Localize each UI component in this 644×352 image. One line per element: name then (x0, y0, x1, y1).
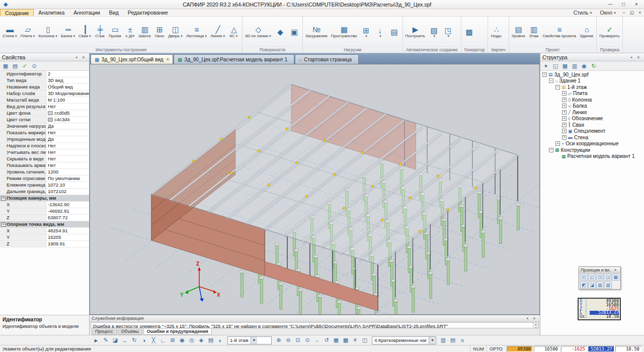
alphabetical-icon[interactable]: ▤ (11, 62, 20, 70)
maximize-icon[interactable]: □ (617, 1, 630, 9)
section-expander[interactable] (1, 85, 6, 90)
tree-item[interactable]: + Оси координационные (540, 141, 644, 147)
ribbon-tool-button[interactable]: ≡ Свойства проекта (541, 24, 578, 40)
property-row[interactable]: Ближняя граница, мм 1072.10 (0, 182, 89, 189)
tree-item[interactable]: ┃ Свая (540, 122, 644, 128)
tree-item[interactable]: ▦ Конструкции (540, 147, 644, 153)
close-icon[interactable]: × (531, 316, 538, 321)
tree-expander[interactable] (562, 91, 567, 96)
loadcase-combo[interactable]: 4.Кратковременные наг ▼ (372, 336, 436, 344)
ribbon-tool-button[interactable]: ▥ Шахта (137, 24, 153, 40)
view-back-icon[interactable]: ◲ (604, 274, 611, 281)
property-value[interactable]: 15205 (46, 234, 89, 240)
section-expander[interactable] (1, 157, 6, 161)
section-expander[interactable] (1, 242, 6, 246)
tree-expander[interactable] (562, 98, 567, 102)
report-icon[interactable]: ▤ (448, 336, 457, 344)
zoom-all-icon[interactable]: ⊙ (303, 336, 312, 344)
mdi-close-icon[interactable]: × (636, 10, 644, 15)
property-row[interactable]: Z 63807.72 (0, 215, 89, 221)
measure-icon[interactable]: ∟ (158, 336, 168, 344)
section-expander[interactable] (1, 229, 6, 233)
ribbon-tool-button[interactable]: ▣ (287, 26, 301, 38)
section-expander[interactable] (1, 183, 6, 188)
property-row[interactable]: Название вида Общий вид (0, 84, 89, 91)
ribbon-tool-button[interactable]: ▯ Колонна ▼ (37, 24, 59, 40)
coordinate-field[interactable]: 49300 (507, 346, 533, 352)
tree-item[interactable]: ▤ Зд_90_Цех.spf (540, 71, 644, 78)
tree-expander[interactable] (562, 104, 567, 108)
ribbon-tool-button[interactable]: ╱ Линия ▼ (209, 24, 227, 40)
ribbon-tool-button[interactable]: ∴ Ноды (489, 24, 503, 40)
close-icon[interactable]: × (630, 1, 643, 9)
property-row[interactable]: Учитывать вес линий Нет (0, 149, 89, 156)
chevron-down-icon[interactable]: ▼ (251, 337, 257, 344)
select-arrow-icon[interactable]: ► (92, 336, 101, 344)
close-icon[interactable]: × (80, 55, 87, 60)
tree-item[interactable]: ▱ Плита (540, 91, 644, 97)
tree-expander[interactable] (549, 148, 553, 152)
section-expander[interactable] (1, 196, 6, 201)
section-expander[interactable] (1, 209, 6, 214)
tree-item[interactable]: ⌂ Здание 1 (540, 78, 644, 84)
service-tab[interactable]: Ошибки и предупреждения (143, 329, 212, 335)
ribbon-tool-button[interactable]: № Загружения (304, 24, 330, 40)
status-toggle[interactable]: NUM (470, 346, 487, 352)
edit-pencil-icon[interactable]: ✎ (101, 336, 110, 344)
view-top-icon[interactable]: ◰ (580, 274, 588, 281)
orbit-icon[interactable]: ↺ (322, 336, 331, 344)
tree-item[interactable]: ▤ 1-й этаж (540, 84, 644, 91)
close-icon[interactable]: × (635, 55, 642, 60)
coordinate-field[interactable]: 52013.27 (588, 346, 614, 352)
ribbon-tool-button[interactable]: ◆ (273, 26, 287, 38)
section-expander[interactable] (1, 150, 6, 155)
document-tab[interactable]: ▦ Зд_90_Цех.spf:Общий вид × (91, 54, 173, 64)
3d-viewport[interactable]: Z X Y (90, 64, 540, 315)
property-value[interactable]: 1072.10 (46, 182, 89, 188)
section-expander[interactable] (1, 170, 6, 174)
ribbon-tool-button[interactable]: ⊞ Окно (152, 24, 167, 40)
ribbon-tool-button[interactable]: ▥ Этаж (527, 24, 541, 40)
property-row[interactable]: Цвет сетки c4c3d4 (0, 117, 89, 123)
settings-icon[interactable]: ≡ (458, 336, 467, 344)
3d-model-canvas[interactable]: Z X Y (90, 64, 539, 314)
filter-icon[interactable]: ▾ (541, 62, 550, 70)
property-value[interactable]: Нет (46, 149, 89, 155)
tree-expander[interactable] (562, 116, 567, 121)
tree-expander[interactable] (562, 129, 567, 133)
section-expander[interactable] (1, 78, 6, 83)
pin-icon[interactable]: ▪ (524, 316, 531, 321)
property-value[interactable]: 48254.91 (46, 228, 89, 234)
section-expander[interactable] (1, 203, 6, 207)
pan-icon[interactable]: ⇔ (312, 336, 321, 344)
section-expander[interactable] (1, 118, 6, 122)
view-front-icon[interactable]: ◱ (588, 274, 596, 281)
ribbon-tool-button[interactable]: ≡ Лестница ▼ (185, 24, 209, 40)
property-value[interactable]: 3D вид (46, 77, 89, 83)
view-sw-iso-icon[interactable]: ◩ (580, 282, 588, 289)
ribbon-tool-button[interactable]: ▦ Пространство (330, 24, 359, 40)
scrollbar[interactable]: ▲ ▼ (533, 323, 538, 328)
visibility-icon[interactable]: ◉ (580, 62, 589, 70)
service-tab[interactable]: Объёмы (118, 329, 142, 335)
property-row[interactable]: Тип вида 3D вид (0, 77, 89, 84)
close-icon[interactable]: × (167, 57, 169, 62)
property-row[interactable]: Значения нагрузок Да (0, 123, 89, 130)
property-value[interactable]: Нет (46, 104, 89, 110)
ribbon-tool-button[interactable]: ▱ Плита ▼ (19, 24, 37, 40)
trim-icon[interactable]: ╳ (149, 336, 158, 344)
section-expander[interactable] (1, 98, 6, 103)
zoom-out-icon[interactable]: ⊖ (284, 336, 293, 344)
property-value[interactable]: Общий вид (46, 84, 89, 90)
property-row[interactable]: Z 1909.91 (0, 241, 89, 247)
ribbon-tool-button[interactable]: ✓ Проверить (598, 24, 621, 40)
midpoint-snap-icon[interactable]: ◎ (187, 336, 196, 344)
refresh-icon[interactable]: ↻ (589, 62, 598, 70)
tree-expander[interactable] (562, 110, 567, 115)
floor-combo[interactable]: 1-й этаж ▼ (227, 336, 272, 344)
shaded-mode-icon[interactable]: ▩ (341, 336, 350, 344)
property-value[interactable]: -13642.90 (46, 202, 89, 208)
list-mode-icon[interactable]: ▥ (570, 62, 579, 70)
service-tab[interactable]: Процесс (92, 329, 117, 335)
coordinate-field[interactable]: 18.50 (615, 346, 641, 352)
